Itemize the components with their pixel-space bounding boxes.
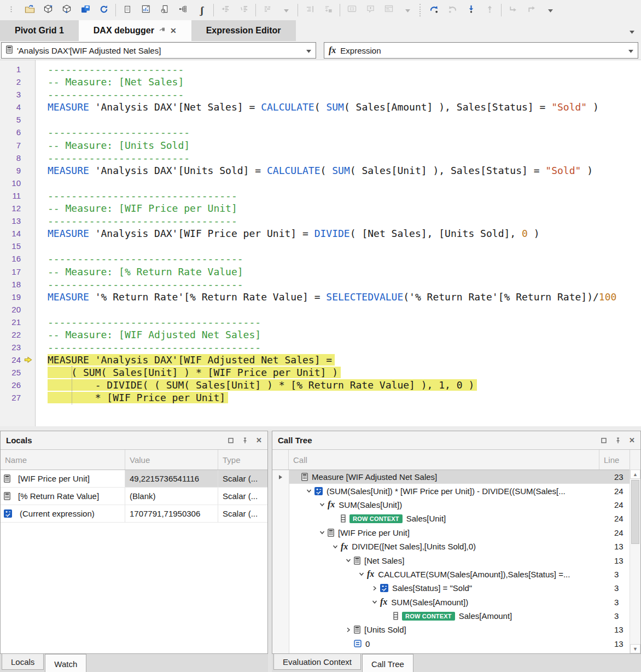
locals-row[interactable]: [% Return Rate Value](Blank)Scalar (... — [1, 488, 267, 505]
toolbar-format-align-button[interactable] — [300, 3, 319, 18]
toolbar-step-over-button[interactable] — [424, 3, 443, 18]
call-tree-row[interactable]: Measure [WIF Adjusted Net Sales]23 — [272, 470, 640, 484]
toolbar-breakpoint-warn-button[interactable] — [361, 3, 380, 18]
code-line-8[interactable]: 8------------------------ — [0, 152, 641, 164]
toolbar-caret-button[interactable] — [398, 3, 417, 18]
chevron-down-icon[interactable] — [330, 543, 341, 550]
toolbar-new-script-button[interactable] — [155, 3, 174, 18]
code-line-3[interactable]: 3----------------------- — [0, 88, 641, 101]
code-line-17[interactable]: 17-- Measure: [% Return Rate Value] — [0, 265, 641, 278]
toolbar-step-into-button[interactable] — [462, 3, 480, 18]
dock-tab-call-tree[interactable]: Call Tree — [362, 654, 413, 672]
scroll-down-icon[interactable]: ▼ — [630, 644, 640, 653]
call-tree-row[interactable]: fxDIVIDE([Net Sales],[Units Sold],0)13 — [272, 540, 640, 553]
call-tree-col-line[interactable]: Line — [599, 450, 630, 470]
locals-row[interactable]: (Current expression)1707791,71950306Scal… — [1, 505, 267, 523]
code-line-16[interactable]: 16--------------------------------- — [0, 252, 641, 265]
toolbar-breakpoint-frame-button[interactable] — [342, 3, 361, 18]
code-line-25[interactable]: 25 ( SUM( Sales[Unit] ) * [WIF Price per… — [0, 366, 641, 379]
toolbar-hierarchy-button[interactable] — [174, 3, 193, 18]
tab-dax-debugger[interactable]: DAX debugger✕ — [79, 20, 191, 41]
toolbar-format-outdent-button[interactable] — [235, 3, 253, 18]
code-line-22[interactable]: 22-- Measure: [WIF Adjusted Net Sales] — [0, 328, 641, 341]
toolbar-run-to-cursor-button[interactable] — [504, 3, 522, 18]
code-line-2[interactable]: 2-- Measure: [Net Sales] — [0, 76, 641, 88]
call-tree-row[interactable]: [Net Sales]13 — [272, 553, 640, 567]
toolbar-refresh-button[interactable] — [95, 3, 113, 18]
locals-close-icon[interactable]: ✕ — [256, 436, 262, 444]
toolbar-model-export-button[interactable] — [39, 3, 57, 18]
dock-tab-evaluation-context[interactable]: Evaluation Context — [273, 654, 361, 670]
code-line-14[interactable]: 14MEASURE 'Analysis DAX'[WIF Price per U… — [0, 227, 641, 240]
scrollbar-thumb[interactable] — [631, 480, 639, 544]
code-line-6[interactable]: 6------------------------ — [0, 126, 641, 138]
toolbar-run-branch-button[interactable] — [522, 3, 541, 18]
code-line-7[interactable]: 7-- Measure: [Units Sold] — [0, 139, 641, 152]
call-tree-row[interactable]: [WIF Price per Unit]24 — [272, 526, 640, 540]
call-tree-row[interactable]: ROW CONTEXTSales[Amount]3 — [272, 609, 640, 623]
call-tree-row[interactable]: Sales[Status] = "Sold"3 — [272, 581, 640, 595]
dock-tab-locals[interactable]: Locals — [2, 654, 44, 670]
call-tree-row[interactable]: fxSUM(Sales[Unit])24 — [272, 498, 640, 512]
toolbar-step-back-button[interactable] — [443, 3, 462, 18]
code-line-1[interactable]: 1----------------------- — [0, 63, 641, 76]
code-line-15[interactable]: 15 — [0, 240, 641, 252]
toolbar-save-button[interactable] — [76, 3, 95, 18]
call-tree-row[interactable]: fxCALCULATE(SUM(Sales[Amount]),Sales[Sta… — [272, 567, 640, 581]
horizontal-splitter[interactable] — [0, 426, 641, 431]
toolbar-caret-button[interactable] — [541, 3, 560, 18]
call-tree-row[interactable]: 013 — [272, 637, 640, 651]
measure-selector-combobox[interactable]: 'Analysis DAX'[WIF Adjusted Net Sales] — [1, 42, 316, 59]
chevron-down-icon[interactable] — [369, 599, 380, 605]
toolbar-step-out-button[interactable] — [480, 3, 499, 18]
toolbar-report-button[interactable] — [137, 3, 155, 18]
chevron-down-icon[interactable] — [304, 488, 314, 494]
scroll-up-icon[interactable]: ▲ — [630, 470, 640, 479]
code-line-20[interactable]: 20 — [0, 303, 641, 316]
toolbar-caret-button[interactable] — [277, 3, 295, 18]
chevron-right-icon[interactable] — [369, 585, 380, 592]
tab-pin-icon[interactable] — [159, 26, 165, 36]
code-line-13[interactable]: 13-------------------------------- — [0, 215, 641, 227]
toolbar-format-lines-button[interactable] — [258, 3, 277, 18]
toolbar-script-button[interactable]: ʃ — [193, 3, 211, 18]
code-line-10[interactable]: 10 — [0, 177, 641, 189]
chevron-down-icon[interactable] — [343, 557, 354, 564]
call-tree-row[interactable]: ROW CONTEXTSales[Unit]24 — [272, 512, 640, 525]
toolbar-document-button[interactable] — [118, 3, 137, 18]
tab-close-icon[interactable]: ✕ — [170, 26, 177, 35]
tab-overflow-caret-icon[interactable] — [630, 27, 634, 37]
call-tree-row[interactable]: (SUM(Sales[Unit]) * [WIF Price per Unit]… — [272, 484, 640, 497]
toolbar-format-indent-button[interactable] — [216, 3, 235, 18]
code-line-4[interactable]: 4MEASURE 'Analysis DAX'[Net Sales] = CAL… — [0, 101, 641, 113]
chevron-down-icon[interactable] — [356, 571, 367, 577]
measure-selector-caret-icon[interactable] — [306, 46, 311, 55]
dock-tab-watch[interactable]: Watch — [45, 654, 86, 672]
expression-combobox[interactable]: fx Expression — [324, 42, 638, 59]
call-tree-row[interactable]: fxSUM(Sales[Amount])3 — [272, 595, 640, 609]
code-line-12[interactable]: 12-- Measure: [WIF Price per Unit] — [0, 202, 641, 215]
chevron-right-icon[interactable] — [343, 627, 354, 633]
code-line-5[interactable]: 5 — [0, 113, 641, 126]
tab-expression-editor[interactable]: Expression Editor — [191, 20, 296, 41]
code-line-19[interactable]: 19MEASURE '% Return Rate'[% Return Rate … — [0, 291, 641, 303]
code-line-24[interactable]: 24MEASURE 'Analysis DAX'[WIF Adjusted Ne… — [0, 354, 641, 366]
toolbar-watch-window-button[interactable] — [380, 3, 398, 18]
code-line-27[interactable]: 27 * [WIF Price per Unit] — [0, 391, 641, 404]
locals-pin-icon[interactable] — [242, 437, 248, 444]
toolbar-open-folder-button[interactable] — [20, 3, 39, 18]
code-line-11[interactable]: 11-------------------------------- — [0, 189, 641, 202]
code-line-23[interactable]: 23------------------------------------ — [0, 341, 641, 354]
call-tree-scrollbar[interactable]: ▲ ▼ — [630, 470, 640, 653]
dax-code-editor[interactable]: 1-----------------------2-- Measure: [Ne… — [0, 60, 641, 426]
locals-col-name[interactable]: Name — [1, 450, 125, 470]
call-tree-maximize-icon[interactable] — [601, 437, 607, 444]
call-tree-row[interactable]: [Units Sold]13 — [272, 623, 640, 636]
code-line-18[interactable]: 18--------------------------------- — [0, 278, 641, 291]
toolbar-model-import-button[interactable] — [57, 3, 76, 18]
locals-maximize-icon[interactable] — [228, 437, 234, 444]
toolbar-format-move-button[interactable] — [319, 3, 337, 18]
call-tree-row[interactable]: fxDIVIDE((SUM(Sales[Unit]) * [% Return R… — [272, 651, 640, 653]
call-tree-col-call[interactable]: Call — [289, 450, 599, 470]
code-line-21[interactable]: 21------------------------------------ — [0, 316, 641, 328]
